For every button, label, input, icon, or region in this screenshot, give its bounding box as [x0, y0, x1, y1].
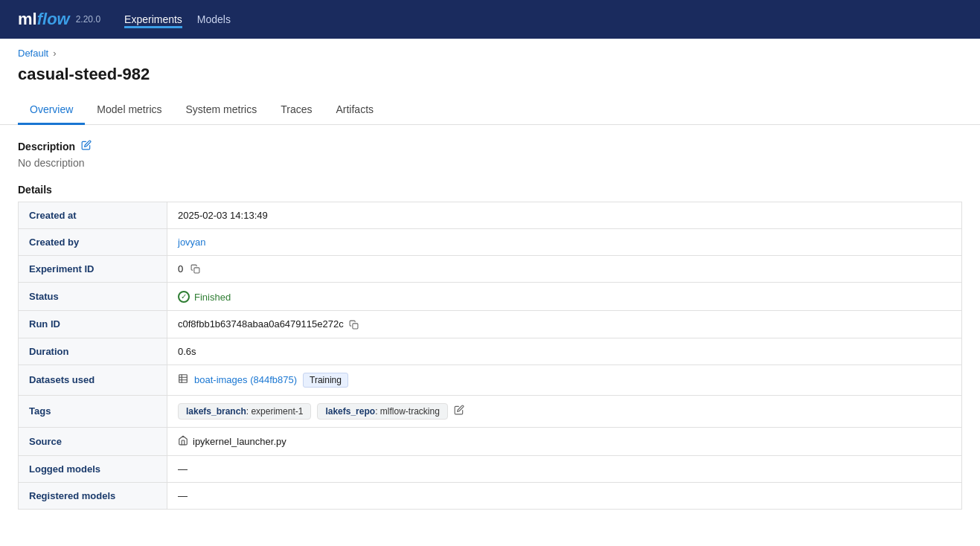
details-title: Details	[18, 184, 962, 196]
source-value: ipykernel_launcher.py	[193, 436, 286, 447]
tab-model-metrics[interactable]: Model metrics	[85, 96, 173, 125]
row-key-experiment-id: Experiment ID	[19, 256, 167, 283]
table-row: Run ID c0f8fbb1b63748abaa0a6479115e272c	[19, 311, 962, 338]
row-value-experiment-id: 0	[167, 256, 962, 283]
page-title: casual-steed-982	[0, 65, 980, 96]
tag-lakefs-branch: lakefs_branch: experiment-1	[178, 403, 311, 420]
row-key-status: Status	[19, 283, 167, 311]
row-key-registered-models: Registered models	[19, 482, 167, 509]
content-area: Description No description Details Creat…	[0, 125, 980, 524]
table-row: Experiment ID 0	[19, 256, 962, 283]
table-row: Created by jovyan	[19, 229, 962, 256]
table-row: Tags lakefs_branch: experiment-1 lakefs_…	[19, 395, 962, 427]
row-key-run-id: Run ID	[19, 311, 167, 338]
table-row: Duration 0.6s	[19, 338, 962, 364]
dataset-type-badge: Training	[303, 373, 348, 388]
nav-models[interactable]: Models	[197, 10, 231, 28]
app-header: mlflow 2.20.0 Experiments Models	[0, 0, 980, 39]
app-version: 2.20.0	[76, 14, 100, 25]
tab-overview[interactable]: Overview	[18, 96, 85, 125]
svg-rect-1	[353, 323, 358, 328]
main-nav: Experiments Models	[124, 13, 231, 25]
row-value-created-by: jovyan	[167, 229, 962, 256]
tab-system-metrics[interactable]: System metrics	[174, 96, 269, 125]
app-logo: mlflow 2.20.0	[18, 10, 100, 29]
row-value-run-id: c0f8fbb1b63748abaa0a6479115e272c	[167, 311, 962, 338]
status-label: Finished	[194, 292, 231, 303]
row-value-status: Finished	[167, 283, 962, 311]
status-badge: Finished	[178, 291, 231, 303]
row-key-created-at: Created at	[19, 202, 167, 229]
svg-rect-2	[179, 375, 188, 383]
description-label: Description	[18, 141, 75, 152]
experiment-id-value: 0	[178, 263, 183, 274]
row-key-datasets: Datasets used	[19, 364, 167, 395]
status-check-icon	[178, 291, 190, 303]
tab-artifacts[interactable]: Artifacts	[324, 96, 385, 125]
row-key-duration: Duration	[19, 338, 167, 364]
source-home-icon	[178, 435, 188, 448]
dataset-table-icon	[178, 373, 188, 386]
table-row: Logged models —	[19, 455, 962, 482]
run-id-value: c0f8fbb1b63748abaa0a6479115e272c	[178, 318, 344, 330]
created-by-link[interactable]: jovyan	[178, 237, 206, 248]
tags-edit-icon[interactable]	[454, 405, 464, 417]
row-value-logged-models: —	[167, 455, 962, 482]
row-value-source: ipykernel_launcher.py	[167, 427, 962, 455]
row-value-datasets: boat-images (844fb875) Training	[167, 364, 962, 395]
experiment-id-copy-icon[interactable]	[190, 264, 201, 274]
tabs-container: Overview Model metrics System metrics Tr…	[0, 96, 980, 125]
breadcrumb-separator: ›	[53, 48, 56, 59]
row-value-tags: lakefs_branch: experiment-1 lakefs_repo:…	[167, 395, 962, 427]
row-key-tags: Tags	[19, 395, 167, 427]
table-row: Status Finished	[19, 283, 962, 311]
breadcrumb: Default ›	[0, 39, 980, 65]
description-value: No description	[18, 157, 962, 169]
row-key-logged-models: Logged models	[19, 455, 167, 482]
tab-traces[interactable]: Traces	[269, 96, 324, 125]
dataset-name-link[interactable]: boat-images (844fb875)	[194, 374, 297, 385]
row-value-created-at: 2025-02-03 14:13:49	[167, 202, 962, 229]
run-id-copy-icon[interactable]	[349, 320, 359, 330]
table-row: Created at 2025-02-03 14:13:49	[19, 202, 962, 229]
breadcrumb-parent[interactable]: Default	[18, 48, 48, 59]
row-key-source: Source	[19, 427, 167, 455]
description-edit-icon[interactable]	[81, 140, 92, 152]
row-value-registered-models: —	[167, 482, 962, 509]
tag-lakefs-repo: lakefs_repo: mlflow-tracking	[317, 403, 447, 420]
tags-container: lakefs_branch: experiment-1 lakefs_repo:…	[178, 403, 951, 420]
logo-ml: mlflow	[18, 10, 70, 29]
nav-experiments[interactable]: Experiments	[124, 10, 182, 28]
table-row: Source ipykernel_launcher.py	[19, 427, 962, 455]
svg-rect-0	[194, 267, 199, 272]
table-row: Registered models —	[19, 482, 962, 509]
table-row: Datasets used boat-images (844fb875)	[19, 364, 962, 395]
row-value-duration: 0.6s	[167, 338, 962, 364]
row-key-created-by: Created by	[19, 229, 167, 256]
description-header: Description	[18, 140, 962, 152]
details-table: Created at 2025-02-03 14:13:49 Created b…	[18, 202, 962, 510]
